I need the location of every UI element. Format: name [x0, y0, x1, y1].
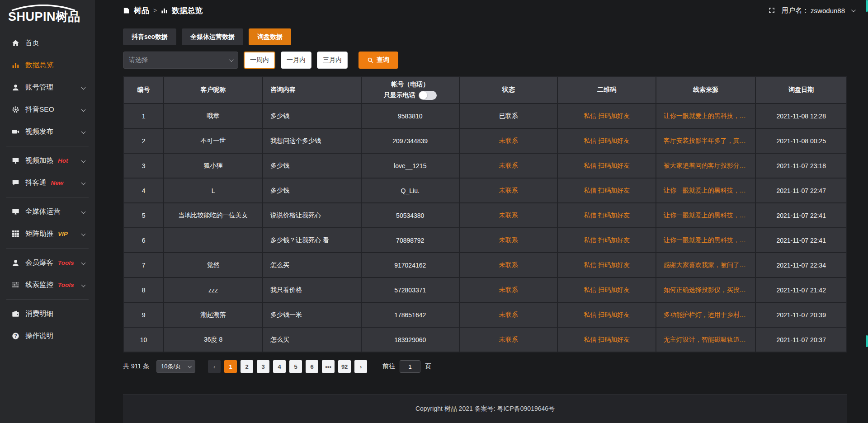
cell-source-link[interactable]: 感谢大家喜欢我家，被问了好...: [656, 253, 755, 277]
page-button[interactable]: 92: [338, 360, 351, 373]
sidebar-item-douyin-seo[interactable]: 抖音SEO: [0, 99, 95, 121]
sidebar-item-omnimedia[interactable]: 全媒体运营: [0, 201, 95, 223]
sidebar-item-member-baoke[interactable]: 会员爆客 Tools: [0, 252, 95, 274]
next-page-button[interactable]: ›: [354, 360, 367, 373]
search-button[interactable]: 查询: [359, 52, 398, 69]
tab-douyin-seo-data[interactable]: 抖音seo数据: [123, 28, 176, 45]
search-button-label: 查询: [377, 56, 389, 64]
page-button[interactable]: 5: [289, 360, 302, 373]
range-month-button[interactable]: 一月内: [281, 52, 311, 69]
breadcrumb-root[interactable]: 树品: [134, 5, 149, 16]
sidebar-item-consumption-details[interactable]: 消费明细: [0, 303, 95, 325]
cell-content: 多少钱: [263, 104, 360, 128]
sidebar-item-home[interactable]: 首页: [0, 32, 95, 54]
chevron-down-icon: [81, 210, 86, 214]
cell-content: 多少钱？让我死心 看: [263, 228, 360, 252]
breadcrumb-current: 数据总览: [172, 5, 203, 16]
chevron-down-icon: [81, 159, 86, 163]
fullscreen-icon[interactable]: [768, 7, 775, 14]
cell-content: 多少钱一米: [263, 303, 360, 327]
cell-content: 我想问这个多少钱: [263, 129, 360, 153]
grid-icon: [12, 230, 19, 238]
footer: Copyright 树品 2021 备案号: 粤ICP备09019646号: [123, 394, 847, 423]
cell-date: 2021-11-07 23:18: [756, 154, 846, 178]
cell-account: 70898792: [362, 228, 459, 252]
prev-page-button[interactable]: ‹: [208, 360, 221, 373]
cell-content: 怎么买: [263, 253, 360, 277]
cell-source-link[interactable]: 让你一眼就爱上的黑科技，能...: [656, 179, 755, 202]
sidebar-item-doukeotong[interactable]: 抖客通 New: [0, 172, 95, 194]
cell-qrcode-link[interactable]: 私信 扫码加好友: [558, 303, 655, 327]
cell-source-link[interactable]: 无主灯设计，智能磁吸轨道灯...: [656, 328, 755, 352]
account-select[interactable]: 请选择: [123, 52, 238, 69]
cell-date: 2021-11-07 22:41: [756, 203, 846, 227]
range-week-button[interactable]: 一周内: [244, 52, 275, 69]
sidebar-item-data-overview[interactable]: 数据总览: [0, 54, 95, 76]
page-button[interactable]: 4: [273, 360, 286, 373]
filter-bar: 请选择 一周内 一月内 三月内 查询: [123, 52, 847, 69]
cell-date: 2021-11-07 20:39: [756, 303, 846, 327]
cell-source-link[interactable]: 客厅安装投影半年多了，真实...: [656, 129, 755, 153]
cell-content: 说说价格让我死心: [263, 203, 360, 227]
sidebar-item-label: 首页: [25, 38, 39, 48]
pagination-pages: 123456•••92: [224, 360, 351, 373]
cell-account: 50534380: [362, 203, 459, 227]
table-row: 8zzz我只看价格572803371未联系私信 扫码加好友如何正确选择投影仪，买…: [124, 278, 846, 302]
cell-qrcode-link[interactable]: 私信 扫码加好友: [558, 228, 655, 252]
cell-nickname: 不可一世: [164, 129, 262, 153]
goto-page-input[interactable]: [400, 360, 420, 373]
page-button[interactable]: 3: [257, 360, 269, 373]
sliders-icon: [12, 281, 19, 289]
svg-text:?: ?: [14, 334, 17, 338]
page-button[interactable]: 2: [241, 360, 253, 373]
sidebar-item-lead-monitor[interactable]: 线索监控 Tools: [0, 274, 95, 296]
cell-status: 未联系: [460, 328, 557, 352]
sidebar-item-video-publish[interactable]: 视频发布: [0, 121, 95, 143]
cell-qrcode-link[interactable]: 私信 扫码加好友: [558, 328, 655, 352]
cell-source-link[interactable]: 让你一眼就爱上的黑科技，能...: [656, 203, 755, 227]
table-row: 6多少钱？让我死心 看70898792未联系私信 扫码加好友让你一眼就爱上的黑科…: [124, 228, 846, 252]
tab-omnimedia-data[interactable]: 全媒体运营数据: [182, 28, 243, 45]
cell-qrcode-link[interactable]: 私信 扫码加好友: [558, 104, 655, 128]
bar-chart-icon: [12, 61, 19, 69]
cell-number: 6: [124, 228, 163, 252]
range-quarter-button[interactable]: 三月内: [317, 52, 348, 69]
cell-status: 未联系: [460, 303, 557, 327]
cell-qrcode-link[interactable]: 私信 扫码加好友: [558, 154, 655, 178]
search-icon: [368, 57, 373, 63]
cell-content: 我只看价格: [263, 278, 360, 302]
page-button[interactable]: 1: [224, 360, 237, 373]
cell-qrcode-link[interactable]: 私信 扫码加好友: [558, 179, 655, 202]
cell-source-link[interactable]: 让你一眼就爱上的黑科技，能...: [656, 228, 755, 252]
cell-account: 2097344839: [362, 129, 459, 153]
sidebar-item-matrix-boost[interactable]: 矩阵助推 VIP: [0, 223, 95, 245]
page-ellipsis-button[interactable]: •••: [322, 360, 335, 373]
sidebar-item-video-heat[interactable]: 视频加热 Hot: [0, 150, 95, 172]
cell-source-link[interactable]: 被大家追着问的客厅投影分享...: [656, 154, 755, 178]
username[interactable]: zswodun88: [811, 7, 845, 14]
cell-source-link[interactable]: 多功能护栏灯，适用于乡村文...: [656, 303, 755, 327]
cell-qrcode-link[interactable]: 私信 扫码加好友: [558, 278, 655, 302]
phone-only-toggle[interactable]: [419, 91, 437, 100]
page-button[interactable]: 6: [306, 360, 318, 373]
chevron-down-icon: [81, 181, 86, 185]
cell-source-link[interactable]: 让你一眼就爱上的黑科技，能...: [656, 104, 755, 128]
sidebar-item-label: 视频加热: [25, 156, 53, 165]
table-row: 4L多少钱Q_Liu.未联系私信 扫码加好友让你一眼就爱上的黑科技，能...20…: [124, 179, 846, 202]
goto-page: 前往 页: [382, 360, 431, 373]
cell-account: 9583810: [362, 104, 459, 128]
phone-only-label: 只显示电话: [384, 91, 415, 99]
cell-qrcode-link[interactable]: 私信 扫码加好友: [558, 129, 655, 153]
cell-content: 多少钱: [263, 154, 360, 178]
page-size-select[interactable]: 10条/页: [156, 360, 195, 373]
chevron-down-icon[interactable]: [851, 8, 856, 12]
cell-qrcode-link[interactable]: 私信 扫码加好友: [558, 253, 655, 277]
tools-badge: Tools: [58, 259, 74, 266]
sidebar-item-help[interactable]: ? 操作说明: [0, 325, 95, 347]
cell-qrcode-link[interactable]: 私信 扫码加好友: [558, 203, 655, 227]
cell-content: 怎么买: [263, 328, 360, 352]
sidebar-item-account-management[interactable]: 账号管理: [0, 76, 95, 99]
logo-latin: SHUPIN: [8, 10, 56, 24]
tab-inquiry-data[interactable]: 询盘数据: [249, 28, 291, 45]
cell-source-link[interactable]: 如何正确选择投影仪，买投影...: [656, 278, 755, 302]
